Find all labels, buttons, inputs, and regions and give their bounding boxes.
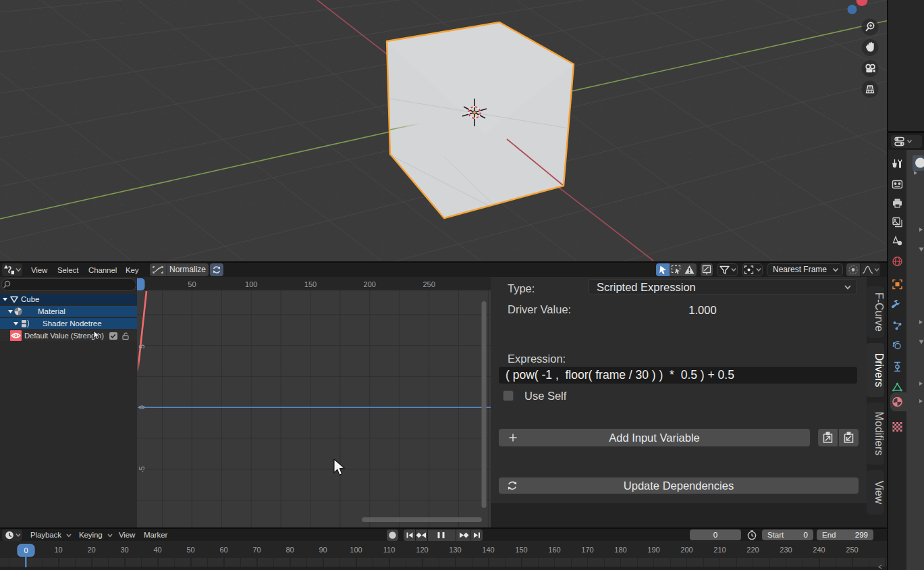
svg-text:210: 210 — [713, 546, 726, 554]
svg-text:Modifiers: Modifiers — [873, 412, 885, 456]
svg-text:-5: -5 — [138, 466, 146, 472]
svg-text:70: 70 — [252, 546, 261, 554]
svg-text:200: 200 — [364, 280, 376, 288]
svg-text:200: 200 — [680, 546, 692, 554]
svg-text:220: 220 — [746, 546, 759, 554]
svg-text:20: 20 — [87, 546, 95, 554]
svg-text:0: 0 — [24, 546, 28, 554]
svg-text:30: 30 — [120, 546, 128, 554]
svg-text:190: 190 — [647, 546, 659, 554]
svg-text:120: 120 — [416, 546, 428, 554]
svg-text:100: 100 — [245, 280, 257, 288]
svg-text:View: View — [873, 481, 885, 504]
svg-text:50: 50 — [188, 280, 196, 288]
svg-text:140: 140 — [482, 546, 494, 554]
svg-text:<: < — [878, 563, 882, 570]
svg-text:60: 60 — [219, 546, 227, 554]
svg-text:90: 90 — [319, 546, 327, 554]
svg-text:250: 250 — [846, 546, 858, 554]
svg-text:Drivers: Drivers — [873, 353, 885, 388]
svg-text:250: 250 — [423, 280, 435, 288]
svg-text:40: 40 — [153, 546, 161, 554]
svg-text:0: 0 — [138, 405, 146, 409]
svg-text:240: 240 — [813, 546, 825, 554]
svg-text:180: 180 — [614, 546, 626, 554]
svg-text:50: 50 — [186, 546, 194, 554]
svg-text:150: 150 — [304, 280, 317, 288]
svg-text:100: 100 — [350, 546, 362, 554]
svg-text:160: 160 — [548, 546, 560, 554]
svg-text:150: 150 — [515, 546, 527, 554]
svg-text:110: 110 — [383, 546, 396, 554]
svg-text:170: 170 — [581, 546, 593, 554]
svg-text:80: 80 — [286, 546, 294, 554]
svg-text:F-Curve: F-Curve — [873, 292, 885, 332]
svg-text:130: 130 — [449, 546, 461, 554]
svg-text:10: 10 — [54, 546, 62, 554]
svg-text:230: 230 — [780, 546, 792, 554]
svg-text:5: 5 — [138, 344, 146, 348]
